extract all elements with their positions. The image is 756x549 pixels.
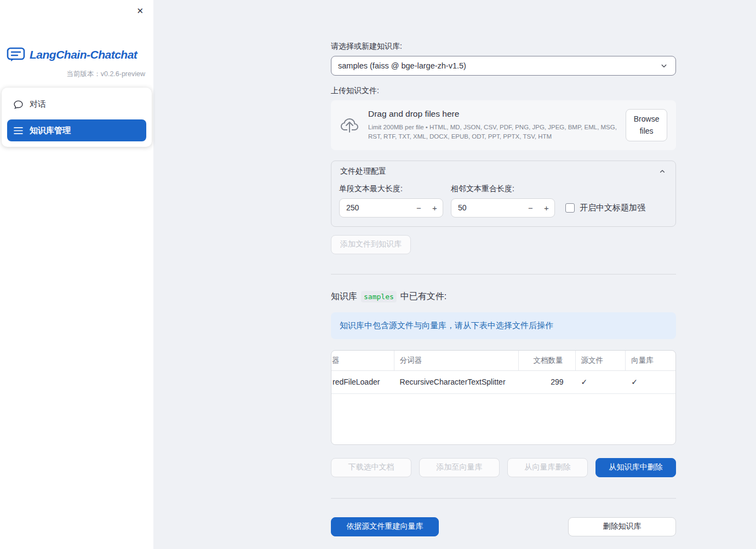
dropzone-limit-text: Limit 200MB per file • HTML, MD, JSON, C…: [368, 123, 617, 141]
add-files-to-kb-button[interactable]: 添加文件到知识库: [331, 235, 411, 254]
list-icon: [14, 127, 23, 135]
kb-files-suffix: 中已有文件:: [400, 291, 446, 302]
delete-kb-button[interactable]: 删除知识库: [568, 517, 676, 536]
cell-vector-check: ✓: [626, 371, 675, 393]
dropzone-texts: Drag and drop files here Limit 200MB per…: [368, 109, 617, 141]
expander-body: 单段文本最大长度: 250 − + 相邻文本重合长度: 50 − +: [331, 182, 675, 226]
sidebar-close-button[interactable]: ✕: [134, 4, 146, 17]
sidebar-nav-card: 对话 知识库管理: [2, 88, 152, 147]
kb-select-value: samples (faiss @ bge-large-zh-v1.5): [338, 61, 466, 70]
kb-selectbox[interactable]: samples (faiss @ bge-large-zh-v1.5): [331, 56, 676, 76]
info-banner: 知识库中包含源文件与向量库，请从下表中选择文件后操作: [331, 312, 676, 339]
header-cell-doc-count: 文档数量: [519, 351, 576, 370]
cell-doc-count: 299: [519, 371, 576, 393]
table-row[interactable]: redFileLoader RecursiveCharacterTextSpli…: [331, 371, 675, 394]
kb-files-prefix: 知识库: [331, 291, 357, 302]
chevron-down-icon: [659, 61, 669, 71]
zh-title-checkbox-label: 开启中文标题加强: [580, 203, 645, 213]
header-cell-source: 源文件: [576, 351, 626, 370]
config-expander: 文件处理配置 单段文本最大长度: 250 − + 相邻文本重合长度:: [331, 161, 676, 227]
chunk-size-field: 单段文本最大长度: 250 − +: [339, 184, 443, 218]
sidebar: ✕ LangChain-Chatchat 当前版本：v0.2.6-preview…: [0, 0, 153, 549]
header-cell-loader: 器: [331, 351, 394, 370]
header-cell-vector: 向量库: [626, 351, 675, 370]
sidebar-item-label: 知识库管理: [30, 125, 71, 136]
divider: [331, 274, 676, 274]
divider: [331, 498, 676, 499]
download-docs-button[interactable]: 下载选中文档: [331, 458, 411, 477]
dropzone-title: Drag and drop files here: [368, 109, 617, 119]
plus-button[interactable]: +: [539, 199, 554, 217]
cell-loader: redFileLoader: [331, 371, 394, 393]
logo-chat-icon: [7, 47, 25, 62]
cloud-upload-icon: [340, 116, 359, 134]
overlap-input[interactable]: 50 − +: [451, 198, 555, 218]
row-actions: 下载选中文档 添加至向量库 从向量库删除 从知识库中删除: [331, 458, 676, 477]
sidebar-item-chat[interactable]: 对话: [7, 93, 146, 115]
upload-label: 上传知识文件:: [331, 86, 676, 96]
app-logo: LangChain-Chatchat: [0, 47, 153, 62]
overlap-value: 50: [451, 203, 523, 212]
sidebar-item-kb-management[interactable]: 知识库管理: [7, 119, 146, 141]
header-cell-splitter: 分词器: [394, 351, 519, 370]
cell-splitter: RecursiveCharacterTextSplitter: [394, 371, 519, 393]
kb-files-heading: 知识库 samples 中已有文件:: [331, 291, 676, 302]
chat-bubble-icon: [14, 100, 23, 109]
kb-select-label: 请选择或新建知识库:: [331, 42, 676, 52]
browse-files-button[interactable]: Browse files: [626, 109, 667, 141]
minus-button[interactable]: −: [523, 199, 539, 217]
zh-title-checkbox-row: 开启中文标题加强: [565, 198, 645, 218]
chunk-size-label: 单段文本最大长度:: [339, 184, 443, 194]
table-header: 器 分词器 文档数量 源文件 向量库: [331, 351, 675, 371]
file-dropzone[interactable]: Drag and drop files here Limit 200MB per…: [331, 100, 676, 150]
plus-button[interactable]: +: [427, 199, 443, 217]
logo-text: LangChain-Chatchat: [30, 48, 137, 61]
add-to-vectorstore-button[interactable]: 添加至向量库: [419, 458, 500, 477]
zh-title-checkbox[interactable]: [565, 203, 575, 213]
expander-title: 文件处理配置: [340, 167, 386, 176]
files-table: 器 分词器 文档数量 源文件 向量库 redFileLoader Recursi…: [331, 350, 676, 445]
delete-from-kb-button[interactable]: 从知识库中删除: [595, 458, 676, 477]
chunk-size-value: 250: [340, 203, 411, 212]
chevron-up-icon: [658, 167, 667, 176]
expander-header[interactable]: 文件处理配置: [331, 161, 675, 182]
overlap-field: 相邻文本重合长度: 50 − +: [451, 184, 555, 218]
minus-button[interactable]: −: [411, 199, 427, 217]
cell-source-check: ✓: [576, 371, 626, 393]
rebuild-vectorstore-button[interactable]: 依据源文件重建向量库: [331, 517, 439, 536]
main-content: 请选择或新建知识库: samples (faiss @ bge-large-zh…: [331, 0, 676, 536]
kb-actions: 依据源文件重建向量库 删除知识库: [331, 517, 676, 536]
delete-from-vectorstore-button[interactable]: 从向量库删除: [507, 458, 588, 477]
chunk-size-input[interactable]: 250 − +: [339, 198, 443, 218]
main-area: 请选择或新建知识库: samples (faiss @ bge-large-zh…: [153, 0, 756, 549]
sidebar-item-label: 对话: [30, 99, 46, 110]
kb-name-code: samples: [361, 291, 397, 302]
version-text: 当前版本：v0.2.6-preview: [0, 70, 153, 79]
overlap-label: 相邻文本重合长度:: [451, 184, 555, 194]
